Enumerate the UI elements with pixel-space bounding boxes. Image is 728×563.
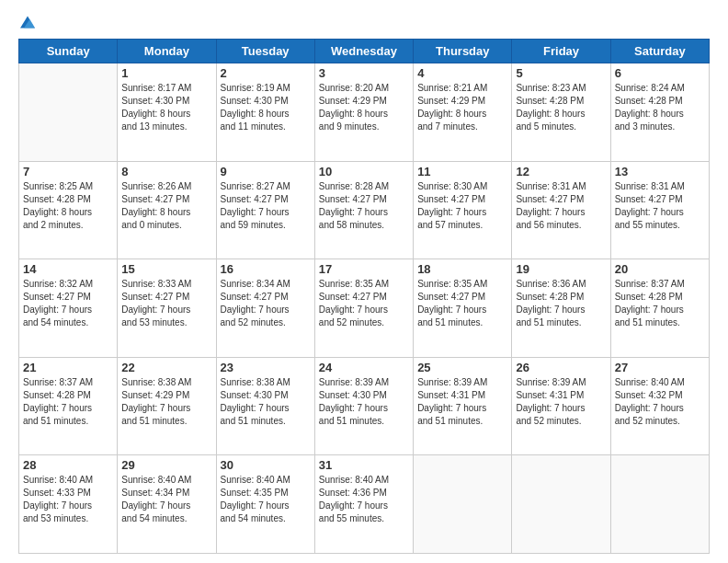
calendar-cell: 16Sunrise: 8:34 AM Sunset: 4:27 PM Dayli… [216, 259, 314, 358]
day-info: Sunrise: 8:40 AM Sunset: 4:32 PM Dayligh… [615, 376, 705, 428]
day-info: Sunrise: 8:33 AM Sunset: 4:27 PM Dayligh… [121, 278, 211, 329]
logo [18, 15, 35, 29]
day-info: Sunrise: 8:35 AM Sunset: 4:27 PM Dayligh… [319, 278, 409, 329]
day-info: Sunrise: 8:40 AM Sunset: 4:36 PM Dayligh… [319, 474, 409, 525]
day-info: Sunrise: 8:17 AM Sunset: 4:30 PM Dayligh… [121, 82, 211, 133]
day-info: Sunrise: 8:27 AM Sunset: 4:27 PM Dayligh… [221, 180, 311, 232]
calendar-cell: 26Sunrise: 8:39 AM Sunset: 4:31 PM Dayli… [512, 357, 610, 455]
calendar-page: SundayMondayTuesdayWednesdayThursdayFrid… [0, 0, 728, 563]
calendar-cell: 17Sunrise: 8:35 AM Sunset: 4:27 PM Dayli… [314, 259, 413, 358]
day-number: 31 [319, 458, 409, 472]
day-info: Sunrise: 8:38 AM Sunset: 4:29 PM Dayligh… [121, 376, 211, 428]
day-info: Sunrise: 8:40 AM Sunset: 4:35 PM Dayligh… [221, 474, 311, 525]
calendar-cell: 18Sunrise: 8:35 AM Sunset: 4:27 PM Dayli… [414, 259, 512, 358]
day-header-monday: Monday [118, 40, 216, 63]
calendar-cell: 7Sunrise: 8:25 AM Sunset: 4:28 PM Daylig… [19, 161, 118, 259]
day-number: 30 [221, 458, 311, 472]
day-info: Sunrise: 8:24 AM Sunset: 4:28 PM Dayligh… [615, 82, 705, 133]
calendar-cell: 2Sunrise: 8:19 AM Sunset: 4:30 PM Daylig… [216, 63, 314, 162]
logo-icon [20, 15, 35, 29]
day-header-friday: Friday [512, 40, 610, 63]
day-header-wednesday: Wednesday [314, 40, 413, 63]
day-info: Sunrise: 8:23 AM Sunset: 4:28 PM Dayligh… [516, 82, 606, 133]
day-number: 3 [319, 66, 409, 80]
calendar-cell [19, 63, 118, 162]
day-number: 11 [417, 165, 507, 178]
day-number: 20 [615, 262, 705, 276]
day-info: Sunrise: 8:28 AM Sunset: 4:27 PM Dayligh… [319, 180, 409, 232]
day-number: 1 [121, 66, 211, 80]
calendar-table: SundayMondayTuesdayWednesdayThursdayFrid… [18, 39, 710, 554]
day-info: Sunrise: 8:25 AM Sunset: 4:28 PM Dayligh… [23, 180, 113, 232]
day-info: Sunrise: 8:40 AM Sunset: 4:33 PM Dayligh… [23, 474, 113, 525]
calendar-cell: 30Sunrise: 8:40 AM Sunset: 4:35 PM Dayli… [216, 455, 314, 554]
day-number: 18 [417, 262, 507, 276]
calendar-cell: 5Sunrise: 8:23 AM Sunset: 4:28 PM Daylig… [512, 63, 610, 162]
calendar-cell: 22Sunrise: 8:38 AM Sunset: 4:29 PM Dayli… [118, 357, 216, 455]
calendar-cell: 6Sunrise: 8:24 AM Sunset: 4:28 PM Daylig… [610, 63, 709, 162]
calendar-cell: 21Sunrise: 8:37 AM Sunset: 4:28 PM Dayli… [19, 357, 118, 455]
calendar-cell: 10Sunrise: 8:28 AM Sunset: 4:27 PM Dayli… [314, 161, 413, 259]
day-number: 6 [615, 66, 705, 80]
day-number: 19 [516, 262, 606, 276]
calendar-cell: 15Sunrise: 8:33 AM Sunset: 4:27 PM Dayli… [118, 259, 216, 358]
day-number: 10 [319, 165, 409, 178]
day-number: 26 [516, 361, 606, 374]
calendar-cell: 9Sunrise: 8:27 AM Sunset: 4:27 PM Daylig… [216, 161, 314, 259]
day-info: Sunrise: 8:19 AM Sunset: 4:30 PM Dayligh… [221, 82, 311, 133]
calendar-cell: 28Sunrise: 8:40 AM Sunset: 4:33 PM Dayli… [19, 455, 118, 554]
calendar-cell [610, 455, 709, 554]
day-number: 5 [516, 66, 606, 80]
day-info: Sunrise: 8:31 AM Sunset: 4:27 PM Dayligh… [516, 180, 606, 232]
day-info: Sunrise: 8:34 AM Sunset: 4:27 PM Dayligh… [221, 278, 311, 329]
calendar-cell [414, 455, 512, 554]
day-info: Sunrise: 8:40 AM Sunset: 4:34 PM Dayligh… [121, 474, 211, 525]
day-info: Sunrise: 8:21 AM Sunset: 4:29 PM Dayligh… [417, 82, 507, 133]
day-number: 17 [319, 262, 409, 276]
day-number: 28 [23, 458, 113, 472]
day-info: Sunrise: 8:38 AM Sunset: 4:30 PM Dayligh… [221, 376, 311, 428]
day-number: 15 [121, 262, 211, 276]
day-number: 27 [615, 361, 705, 374]
calendar-cell: 3Sunrise: 8:20 AM Sunset: 4:29 PM Daylig… [314, 63, 413, 162]
calendar-cell: 11Sunrise: 8:30 AM Sunset: 4:27 PM Dayli… [414, 161, 512, 259]
day-number: 2 [221, 66, 311, 80]
header [18, 15, 710, 29]
day-number: 21 [23, 361, 113, 374]
day-number: 24 [319, 361, 409, 374]
day-number: 4 [417, 66, 507, 80]
calendar-cell: 29Sunrise: 8:40 AM Sunset: 4:34 PM Dayli… [118, 455, 216, 554]
calendar-cell [512, 455, 610, 554]
calendar-cell: 25Sunrise: 8:39 AM Sunset: 4:31 PM Dayli… [414, 357, 512, 455]
calendar-cell: 20Sunrise: 8:37 AM Sunset: 4:28 PM Dayli… [610, 259, 709, 358]
calendar-cell: 13Sunrise: 8:31 AM Sunset: 4:27 PM Dayli… [610, 161, 709, 259]
calendar-cell: 31Sunrise: 8:40 AM Sunset: 4:36 PM Dayli… [314, 455, 413, 554]
day-info: Sunrise: 8:31 AM Sunset: 4:27 PM Dayligh… [615, 180, 705, 232]
day-number: 7 [23, 165, 113, 178]
calendar-cell: 24Sunrise: 8:39 AM Sunset: 4:30 PM Dayli… [314, 357, 413, 455]
calendar-cell: 27Sunrise: 8:40 AM Sunset: 4:32 PM Dayli… [610, 357, 709, 455]
day-number: 22 [121, 361, 211, 374]
calendar-cell: 14Sunrise: 8:32 AM Sunset: 4:27 PM Dayli… [19, 259, 118, 358]
day-info: Sunrise: 8:39 AM Sunset: 4:31 PM Dayligh… [516, 376, 606, 428]
day-number: 23 [221, 361, 311, 374]
day-header-sunday: Sunday [19, 40, 118, 63]
day-info: Sunrise: 8:32 AM Sunset: 4:27 PM Dayligh… [23, 278, 113, 329]
day-number: 14 [23, 262, 113, 276]
day-info: Sunrise: 8:20 AM Sunset: 4:29 PM Dayligh… [319, 82, 409, 133]
calendar-cell: 4Sunrise: 8:21 AM Sunset: 4:29 PM Daylig… [414, 63, 512, 162]
day-number: 9 [221, 165, 311, 178]
calendar-cell: 12Sunrise: 8:31 AM Sunset: 4:27 PM Dayli… [512, 161, 610, 259]
day-info: Sunrise: 8:35 AM Sunset: 4:27 PM Dayligh… [417, 278, 507, 329]
day-info: Sunrise: 8:30 AM Sunset: 4:27 PM Dayligh… [417, 180, 507, 232]
day-header-saturday: Saturday [610, 40, 709, 63]
day-number: 8 [121, 165, 211, 178]
day-number: 25 [417, 361, 507, 374]
calendar-cell: 1Sunrise: 8:17 AM Sunset: 4:30 PM Daylig… [118, 63, 216, 162]
day-info: Sunrise: 8:36 AM Sunset: 4:28 PM Dayligh… [516, 278, 606, 329]
day-info: Sunrise: 8:37 AM Sunset: 4:28 PM Dayligh… [23, 376, 113, 428]
day-number: 16 [221, 262, 311, 276]
calendar-cell: 8Sunrise: 8:26 AM Sunset: 4:27 PM Daylig… [118, 161, 216, 259]
day-number: 12 [516, 165, 606, 178]
day-number: 29 [121, 458, 211, 472]
